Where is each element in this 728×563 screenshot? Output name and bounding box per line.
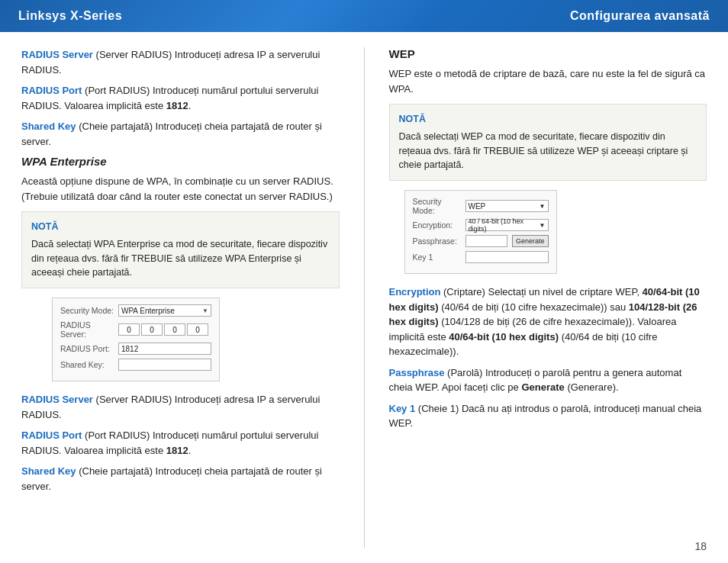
note-1-title: NOTĂ bbox=[31, 220, 330, 234]
left-column: RADIUS Server (Server RADIUS) Introduceț… bbox=[21, 47, 340, 548]
screenshot-radius-port-input: 1812 bbox=[118, 343, 211, 355]
wep-security-mode-label: Security Mode: bbox=[413, 197, 462, 215]
header-right-title: Configurarea avansată bbox=[570, 9, 710, 23]
radius-server-1-term: RADIUS Server bbox=[21, 49, 93, 60]
wep-security-mode-value: WEP bbox=[469, 202, 486, 211]
wep-enc-arrow: ▼ bbox=[540, 222, 546, 229]
wep-key1-label: Key 1 bbox=[413, 253, 462, 262]
radius-port-1-text2: . bbox=[188, 100, 192, 111]
screenshot-radius-port-row: RADIUS Port: 1812 bbox=[60, 343, 211, 355]
ip-box-4: 0 bbox=[187, 323, 208, 336]
wep-dropdown-arrow: ▼ bbox=[540, 203, 546, 210]
encryption-term: Encryption bbox=[389, 286, 441, 298]
screenshot-security-mode-dropdown: WPA Enterprise ▼ bbox=[118, 304, 211, 317]
wep-title: WEP bbox=[389, 47, 707, 60]
radius-port-2-text2: . bbox=[188, 445, 192, 456]
dropdown-arrow-icon: ▼ bbox=[202, 307, 208, 314]
wep-passphrase-row: Passphrase: Generate bbox=[413, 235, 549, 247]
column-divider bbox=[364, 47, 365, 548]
radius-port-2: RADIUS Port (Port RADIUS) Introduceți nu… bbox=[21, 428, 340, 458]
right-column: WEP WEP este o metodă de criptare de baz… bbox=[389, 47, 707, 548]
wpa-screenshot: Security Mode: WPA Enterprise ▼ RADIUS S… bbox=[52, 298, 220, 381]
key1-desc: Key 1 (Cheie 1) Dacă nu ați introdus o p… bbox=[389, 401, 707, 431]
wep-passphrase-input bbox=[465, 235, 507, 247]
wep-security-mode-dropdown: WEP ▼ bbox=[465, 200, 549, 212]
key1-text: (Cheie 1) Dacă nu ați introdus o parolă,… bbox=[389, 403, 702, 429]
note-box-1: NOTĂ Dacă selectați WPA Enterprise ca mo… bbox=[21, 211, 340, 288]
screenshot-shared-key-label: Shared Key: bbox=[60, 360, 115, 369]
screenshot-security-mode-label: Security Mode: bbox=[60, 306, 115, 315]
screenshot-radius-port-value: 1812 bbox=[121, 345, 138, 353]
shared-key-1: Shared Key (Cheie partajată) Introduceți… bbox=[21, 119, 340, 149]
wep-encryption-label: Encryption: bbox=[413, 220, 462, 230]
radius-port-1: RADIUS Port (Port RADIUS) Introduceți nu… bbox=[21, 83, 340, 113]
wpa-desc: Această opțiune dispune de WPA, în combi… bbox=[21, 174, 340, 204]
wpa-enterprise-title: WPA Enterprise bbox=[21, 155, 340, 168]
encryption-text2: (40/64 de biți (10 cifre hexazecimale)) … bbox=[439, 301, 629, 313]
ip-box-3: 0 bbox=[164, 323, 185, 336]
radius-server-1: RADIUS Server (Server RADIUS) Introduceț… bbox=[21, 47, 340, 77]
note-box-2: NOTĂ Dacă selectați WEP ca mod de securi… bbox=[389, 104, 707, 181]
wep-passphrase-label: Passphrase: bbox=[413, 236, 462, 246]
screenshot-radius-server-row: RADIUS Server: 0 0 0 0 bbox=[60, 320, 211, 339]
note-2-title: NOTĂ bbox=[399, 112, 697, 127]
encryption-text1: (Criptare) Selectați un nivel de criptar… bbox=[440, 286, 642, 298]
radius-server-2: RADIUS Server (Server RADIUS) Introduceț… bbox=[21, 392, 340, 422]
passphrase-text2: (Generare). bbox=[565, 381, 619, 393]
wep-encryption-value: 40 / 64-bit (10 hex digits) bbox=[469, 217, 540, 233]
radius-port-1-bold: 1812 bbox=[166, 100, 188, 111]
encryption-bold3: 40/64-bit (10 hex digits) bbox=[449, 331, 559, 343]
ip-box-2: 0 bbox=[141, 323, 163, 336]
passphrase-desc: Passphrase (Parolă) Introduceți o parolă… bbox=[389, 365, 707, 395]
wep-encryption-row: Encryption: 40 / 64-bit (10 hex digits) … bbox=[413, 219, 549, 231]
key1-term: Key 1 bbox=[389, 403, 416, 414]
header: Linksys X-Series Configurarea avansată bbox=[0, 0, 728, 32]
shared-key-1-term: Shared Key bbox=[21, 121, 76, 132]
wep-security-mode-row: Security Mode: WEP ▼ bbox=[413, 197, 549, 215]
screenshot-shared-key-row: Shared Key: bbox=[60, 359, 211, 371]
shared-key-2: Shared Key (Cheie partajată) Introduceți… bbox=[21, 464, 340, 494]
shared-key-2-term: Shared Key bbox=[21, 465, 76, 477]
wep-desc: WEP este o metodă de criptare de bază, c… bbox=[389, 66, 707, 96]
page-number: 18 bbox=[694, 540, 707, 552]
passphrase-term: Passphrase bbox=[389, 367, 445, 378]
radius-server-2-term: RADIUS Server bbox=[21, 394, 93, 405]
wep-encryption-dropdown: 40 / 64-bit (10 hex digits) ▼ bbox=[465, 219, 549, 231]
screenshot-radius-server-label: RADIUS Server: bbox=[60, 320, 115, 339]
encryption-desc: Encryption (Criptare) Selectați un nivel… bbox=[389, 285, 707, 359]
ip-box-1: 0 bbox=[118, 323, 140, 336]
screenshot-security-mode-value: WPA Enterprise bbox=[121, 307, 175, 315]
wep-key1-row: Key 1 bbox=[413, 251, 549, 263]
radius-port-2-bold: 1812 bbox=[166, 445, 188, 456]
wep-key1-input bbox=[465, 251, 549, 263]
header-left-title: Linksys X-Series bbox=[18, 9, 122, 23]
radius-port-1-term: RADIUS Port bbox=[21, 85, 82, 96]
note-2-text: Dacă selectați WEP ca mod de securitate,… bbox=[399, 131, 688, 171]
note-1-text: Dacă selectați WPA Enterprise ca mod de … bbox=[31, 239, 327, 278]
radius-port-2-term: RADIUS Port bbox=[21, 429, 82, 441]
screenshot-radius-ip: 0 0 0 0 bbox=[118, 323, 211, 336]
screenshot-shared-key-input bbox=[118, 359, 211, 371]
screenshot-radius-port-label: RADIUS Port: bbox=[60, 344, 115, 353]
wep-generate-button[interactable]: Generate bbox=[512, 235, 549, 247]
wep-screenshot: Security Mode: WEP ▼ Encryption: 40 / 64… bbox=[404, 190, 557, 274]
main-content: RADIUS Server (Server RADIUS) Introduceț… bbox=[0, 32, 728, 563]
passphrase-bold: Generate bbox=[521, 381, 564, 393]
screenshot-security-mode-row: Security Mode: WPA Enterprise ▼ bbox=[60, 304, 211, 317]
